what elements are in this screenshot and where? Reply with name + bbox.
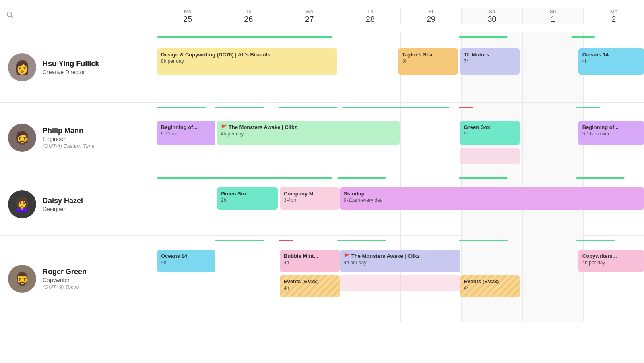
event-block[interactable]: Copywriters... 4h per day <box>578 250 644 272</box>
day-num: 1 <box>551 15 555 24</box>
day-header-fr29: Fr 29 <box>400 8 461 24</box>
person-name-2: Daisy Hazel <box>43 197 83 205</box>
event-block[interactable]: Green Sox 2h <box>217 187 278 210</box>
event-block[interactable]: Company M... 3-4pm <box>280 187 340 210</box>
avail-bar <box>279 107 337 108</box>
event-block[interactable]: Standup 9-11am every day <box>340 187 644 210</box>
person-row-1: 🧔 Philip Mann Engineer (GMT-4) Eastern T… <box>0 103 644 173</box>
event-sub: 4h per day <box>221 131 396 137</box>
event-block[interactable]: Beginning of... 9-11am ever... <box>578 121 644 145</box>
day-cell-0-6 <box>522 32 583 102</box>
day-header-th28: Th 28 <box>340 8 400 24</box>
event-title: Events (EV23) <box>284 278 336 284</box>
day-header-sa30: Sa 30 <box>461 8 522 24</box>
event-title: 🚩The Monsters Awake | Clikz <box>221 124 396 130</box>
event-sub: 3-4pm <box>284 197 336 203</box>
event-title: 🚩The Monsters Awake | Clikz <box>344 253 456 259</box>
avatar-3: 🧔‍♂️ <box>8 265 36 293</box>
day-cell-1-6 <box>522 103 583 173</box>
avail-bar <box>157 177 332 179</box>
event-title: Oceans 14 <box>161 253 211 259</box>
day-name: Mo <box>184 8 191 15</box>
event-block[interactable]: Oceans 14 4h <box>578 48 644 75</box>
avail-bar <box>337 240 386 241</box>
day-num: 26 <box>244 15 253 24</box>
person-info-0: 👩 Hsu-Ying Fullick Creative Director <box>0 32 157 102</box>
day-name: Su <box>550 8 556 15</box>
person-details-1: Philip Mann Engineer (GMT-4) Eastern Tim… <box>43 127 95 149</box>
person-role-2: Designer <box>43 206 83 212</box>
day-grid-3: Oceans 14 4h Bubble Mint... 4h 🚩The Mons… <box>157 236 644 322</box>
person-details-3: Roger Green Copywriter (GMT+9) Tokyo <box>43 268 87 290</box>
header-row: Mo 25 Tu 26 We 27 Th 28 Fr 29 Sa 30 Su 1… <box>0 0 644 32</box>
day-header-we27: We 27 <box>279 8 340 24</box>
person-tz-3: (GMT+9) Tokyo <box>43 284 87 290</box>
person-role-0: Creative Director <box>43 69 99 75</box>
event-title: Events (EV23) <box>464 278 516 284</box>
event-block[interactable]: Taylor's Sha... 8h <box>398 48 458 75</box>
avail-bar <box>342 107 449 108</box>
avail-bar <box>576 107 601 108</box>
day-cell-3-0 <box>157 236 218 322</box>
event-block[interactable]: 🚩The Monsters Awake | Clikz 4h per day <box>340 250 460 272</box>
day-grid-0: Design & Copywriting (DC76) | Ali's Bisc… <box>157 32 644 102</box>
day-cell-2-0 <box>157 173 218 238</box>
event-block[interactable]: Bubble Mint... 4h <box>280 250 340 272</box>
person-details-0: Hsu-Ying Fullick Creative Director <box>43 60 99 75</box>
day-name: Th <box>367 8 373 15</box>
avail-bar <box>157 107 206 108</box>
person-name-1: Philip Mann <box>43 127 95 135</box>
avail-bar <box>279 240 293 241</box>
event-title: Copywriters... <box>582 253 640 259</box>
day-name: Mo <box>610 8 617 15</box>
avail-bar <box>459 36 508 38</box>
event-sub: 8h <box>402 58 454 64</box>
day-cell-1-4 <box>400 103 461 173</box>
day-num: 29 <box>427 15 436 24</box>
day-header-tu26: Tu 26 <box>218 8 279 24</box>
person-name-3: Roger Green <box>43 268 87 276</box>
event-sub: 7h <box>464 58 516 64</box>
event-sub: 4h <box>582 58 640 64</box>
event-sub: 2h <box>221 197 274 203</box>
calendar-container: Mo 25 Tu 26 We 27 Th 28 Fr 29 Sa 30 Su 1… <box>0 0 644 363</box>
avail-bar <box>337 177 386 179</box>
day-num: 28 <box>366 15 375 24</box>
avail-bar <box>571 36 596 38</box>
svg-line-1 <box>11 16 13 18</box>
event-title: Design & Copywriting (DC76) | Ali's Bisc… <box>161 52 333 58</box>
person-details-2: Daisy Hazel Designer <box>43 197 83 212</box>
event-sub: 4h <box>284 285 336 291</box>
event-title: TL Motors <box>464 52 516 58</box>
event-sub: 9h <box>464 131 516 137</box>
event-block[interactable]: Events (EV23) 4h <box>460 275 520 297</box>
day-name: Sa <box>489 8 495 15</box>
event-block[interactable]: TL Motors 7h <box>460 48 520 75</box>
person-row-3: 🧔‍♂️ Roger Green Copywriter (GMT+9) Toky… <box>0 236 644 322</box>
day-cell-3-7 <box>583 236 644 322</box>
day-num: 25 <box>183 15 192 24</box>
day-cell-3-6 <box>522 236 583 322</box>
event-title: Oceans 14 <box>582 52 640 58</box>
event-block[interactable]: Green Sox 9h <box>460 121 520 145</box>
day-grid-2: Green Sox 2h Company M... 3-4pm Standup … <box>157 173 644 235</box>
day-name: Fr <box>429 8 433 15</box>
event-block[interactable]: Design & Copywriting (DC76) | Ali's Bisc… <box>157 48 337 75</box>
event-block[interactable]: 🚩The Monsters Awake | Clikz 4h per day <box>217 121 400 145</box>
day-grid-1: Beginning of... 9-11am 🚩The Monsters Awa… <box>157 103 644 173</box>
content-area: 👩 Hsu-Ying Fullick Creative Director Des… <box>0 32 644 363</box>
event-title: Company M... <box>284 191 336 197</box>
avail-bar <box>215 240 264 241</box>
event-block[interactable]: Events (EV23) 4h <box>280 275 340 297</box>
event-title: Bubble Mint... <box>284 253 336 259</box>
search-icon[interactable] <box>6 11 14 21</box>
event-block[interactable]: Beginning of... 9-11am <box>157 121 215 145</box>
event-sub: 9-11am ever... <box>582 131 640 137</box>
day-num: 27 <box>305 15 314 24</box>
avail-bar <box>215 107 264 108</box>
event-title: Taylor's Sha... <box>402 52 454 58</box>
event-sub: 4h per day <box>582 260 640 266</box>
person-info-1: 🧔 Philip Mann Engineer (GMT-4) Eastern T… <box>0 103 157 173</box>
avatar-0: 👩 <box>8 53 36 81</box>
event-block[interactable]: Oceans 14 4h <box>157 250 215 272</box>
